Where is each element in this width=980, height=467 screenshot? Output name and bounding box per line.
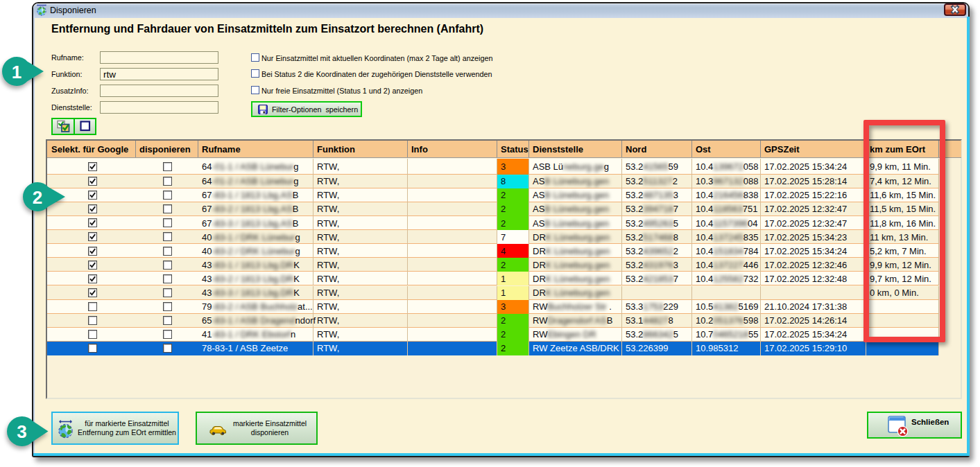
svg-text:3: 3 — [17, 421, 26, 442]
svg-text:2: 2 — [33, 187, 42, 208]
svg-text:1: 1 — [12, 62, 22, 82]
